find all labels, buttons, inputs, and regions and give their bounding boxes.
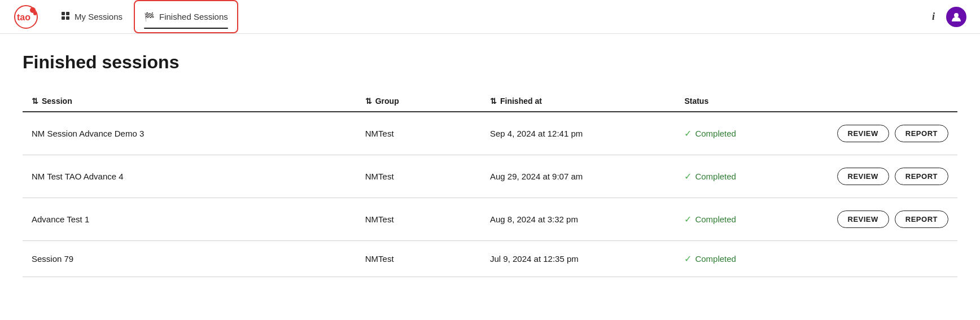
- report-button[interactable]: REPORT: [895, 125, 948, 142]
- row-actions: REVIEW REPORT: [833, 211, 948, 228]
- review-button[interactable]: REVIEW: [837, 125, 889, 142]
- cell-finished-at: Aug 8, 2024 at 3:32 pm: [490, 214, 675, 224]
- report-button[interactable]: REPORT: [895, 211, 948, 228]
- cell-session: Advance Test 1: [32, 214, 356, 224]
- svg-point-3: [33, 12, 37, 15]
- page-title: Finished sessions: [23, 52, 957, 73]
- cell-status: ✓ Completed: [684, 214, 823, 225]
- main-content: Finished sessions ⇅ Session ⇅ Group ⇅ Fi…: [0, 34, 980, 295]
- table-row: NM Test TAO Advance 4 NMTest Aug 29, 202…: [23, 155, 957, 198]
- svg-rect-5: [66, 12, 69, 15]
- cell-finished-at: Sep 4, 2024 at 12:41 pm: [490, 129, 675, 138]
- table-row: NM Session Advance Demo 3 NMTest Sep 4, …: [23, 112, 957, 155]
- sort-icon-session[interactable]: ⇅: [32, 97, 38, 106]
- nav-tab-my-sessions[interactable]: My Sessions: [52, 0, 132, 33]
- cell-session: Session 79: [32, 254, 356, 264]
- avatar[interactable]: [946, 7, 966, 27]
- check-icon: ✓: [684, 128, 692, 139]
- review-button[interactable]: REVIEW: [837, 211, 889, 228]
- col-session: ⇅ Session: [32, 97, 356, 106]
- cell-status: ✓ Completed: [684, 128, 823, 139]
- check-icon: ✓: [684, 171, 692, 182]
- nav-tab-finished-sessions-label: Finished Sessions: [159, 12, 228, 21]
- cell-status: ✓ Completed: [684, 171, 823, 182]
- grid-icon: [61, 11, 70, 22]
- sessions-table: ⇅ Session ⇅ Group ⇅ Finished at Status N…: [23, 91, 957, 277]
- review-button[interactable]: REVIEW: [837, 168, 889, 185]
- cell-finished-at: Aug 29, 2024 at 9:07 am: [490, 172, 675, 181]
- report-button[interactable]: REPORT: [895, 168, 948, 185]
- nav-tab-finished-sessions[interactable]: 🏁 Finished Sessions: [134, 0, 238, 33]
- cell-finished-at: Jul 9, 2024 at 12:35 pm: [490, 254, 675, 264]
- svg-rect-7: [66, 16, 69, 20]
- flag-icon: 🏁: [144, 12, 155, 22]
- cell-session: NM Test TAO Advance 4: [32, 172, 356, 181]
- svg-rect-4: [62, 12, 65, 15]
- nav-tabs: My Sessions 🏁 Finished Sessions: [52, 0, 238, 33]
- row-actions: REVIEW REPORT: [833, 168, 948, 185]
- table-header: ⇅ Session ⇅ Group ⇅ Finished at Status: [23, 91, 957, 112]
- col-finished-at: ⇅ Finished at: [490, 97, 675, 106]
- cell-session: NM Session Advance Demo 3: [32, 129, 356, 138]
- svg-text:tao: tao: [17, 12, 30, 22]
- cell-group: NMTest: [365, 254, 481, 264]
- cell-group: NMTest: [365, 129, 481, 138]
- sort-icon-finished-at[interactable]: ⇅: [490, 97, 497, 106]
- row-actions: REVIEW REPORT: [833, 125, 948, 142]
- logo[interactable]: tao: [14, 5, 38, 29]
- sort-icon-group[interactable]: ⇅: [365, 97, 372, 106]
- table-row: Session 79 NMTest Jul 9, 2024 at 12:35 p…: [23, 241, 957, 277]
- header: tao My Sessions 🏁 Finished Sessions i: [0, 0, 980, 34]
- table-row: Advance Test 1 NMTest Aug 8, 2024 at 3:3…: [23, 198, 957, 241]
- check-icon: ✓: [684, 253, 692, 264]
- nav-tab-my-sessions-label: My Sessions: [75, 12, 123, 21]
- info-icon[interactable]: i: [932, 11, 935, 23]
- svg-rect-6: [62, 16, 65, 20]
- col-status: Status: [684, 97, 823, 106]
- cell-status: ✓ Completed: [684, 253, 823, 264]
- check-icon: ✓: [684, 214, 692, 225]
- col-group: ⇅ Group: [365, 97, 481, 106]
- svg-point-8: [954, 13, 959, 17]
- col-actions: [833, 97, 948, 106]
- cell-group: NMTest: [365, 172, 481, 181]
- header-right: i: [932, 7, 966, 27]
- cell-group: NMTest: [365, 214, 481, 224]
